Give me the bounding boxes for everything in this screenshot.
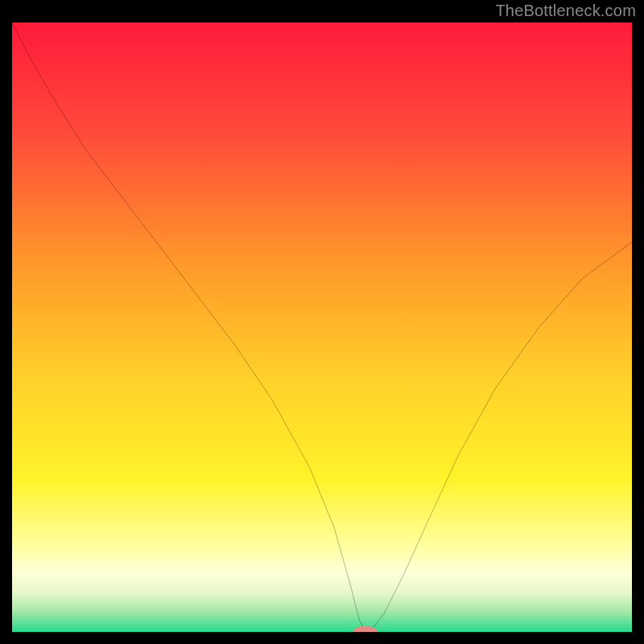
bottleneck-chart <box>12 23 632 632</box>
watermark-text: TheBottleneck.com <box>495 2 636 20</box>
chart-frame: TheBottleneck.com <box>0 0 644 644</box>
